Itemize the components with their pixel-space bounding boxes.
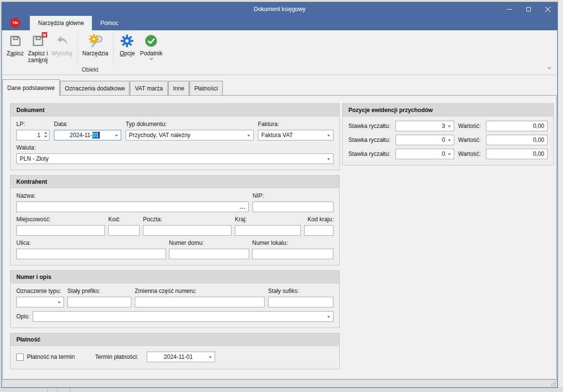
ribbon-tab-pomoc[interactable]: Pomoc xyxy=(92,16,126,30)
typ-dokumentu-value: Przychody, VAT należny xyxy=(129,132,191,139)
spinner-buttons[interactable] xyxy=(44,132,47,138)
numer-domu-input[interactable] xyxy=(169,249,249,259)
opis-combo[interactable] xyxy=(33,311,333,322)
document-tab-strip: Dane podstawowe Oznaczenia dodatkowe VAT… xyxy=(2,79,557,95)
minimize-button[interactable] xyxy=(499,2,519,16)
kod-kraju-label: Kod kraju: xyxy=(307,216,333,223)
termin-platnosci-date-field[interactable]: 2024-11-01 xyxy=(147,352,215,362)
wartosc-input-3[interactable]: 0,00 xyxy=(486,149,548,159)
data-date-field[interactable]: 2024-11-01 xyxy=(54,130,121,140)
wartosc-label: Wartość: xyxy=(458,137,486,143)
zapisz-i-zamknij-button[interactable]: Zapisz i zamknij xyxy=(26,33,50,63)
resize-grip[interactable] xyxy=(555,385,556,386)
nazwa-input[interactable]: ... xyxy=(16,202,249,212)
nip-input[interactable] xyxy=(253,202,333,212)
section-title: Płatność xyxy=(16,336,40,343)
tab-oznaczenia-dodatkowe[interactable]: Oznaczenia dodatkowe xyxy=(60,81,130,95)
kod-kraju-input[interactable] xyxy=(304,225,333,236)
app-logo[interactable]: TM xyxy=(10,18,20,28)
stawka-ryczaltu-combo-3[interactable]: 0 xyxy=(396,149,454,159)
dropdown-arrow-icon[interactable] xyxy=(115,135,118,137)
narzedzia-label: Narzędzia xyxy=(82,50,108,57)
pozycje-row-2: Stawka ryczałtu: 0 Wartość: 0,00 xyxy=(348,135,548,145)
section-title: Kontrahent xyxy=(16,178,47,185)
oznaczenie-typu-combo[interactable] xyxy=(16,297,64,307)
tab-vat-marza[interactable]: VAT marża xyxy=(130,81,167,95)
zmienna-czesc-numeru-input[interactable] xyxy=(135,297,265,307)
date-value: 2024-11- xyxy=(70,132,92,139)
kod-input[interactable] xyxy=(108,225,140,236)
termin-platnosci-label: Termin płatności: xyxy=(95,354,138,360)
red-x-badge-icon xyxy=(42,32,47,38)
dropdown-arrow-icon[interactable] xyxy=(327,158,330,160)
stawka-ryczaltu-combo-2[interactable]: 0 xyxy=(396,135,454,145)
pozycje-row-1: Stawka ryczałtu: 3 Wartość: 0,00 xyxy=(348,121,548,131)
tab-platnosci[interactable]: Płatności xyxy=(190,81,223,95)
zapisz-label: Zapisz xyxy=(7,50,24,57)
right-column: Pozycje ewidencji przychodów Stawka rycz… xyxy=(342,103,554,170)
section-numer-i-opis-header: Numer i opis xyxy=(11,271,339,283)
ulica-input[interactable] xyxy=(16,249,166,259)
dropdown-arrow-icon[interactable] xyxy=(448,153,451,155)
section-numer-i-opis: Numer i opis Oznaczenie typu: Stały pref… xyxy=(10,270,340,328)
text-caret xyxy=(99,132,100,139)
ribbon-separator xyxy=(77,33,77,65)
ribbon-tab-row: TM Narzędzia główne Pomoc xyxy=(2,16,557,30)
wycofaj-button[interactable]: Wycofaj xyxy=(50,33,74,57)
section-platnosc: Płatność Płatność na termin Termin płatn… xyxy=(10,333,340,369)
staly-prefiks-input[interactable] xyxy=(67,297,131,307)
lp-value: 1 xyxy=(37,132,40,139)
narzedzia-button[interactable]: Narzędzia xyxy=(80,33,110,57)
miejscowosc-input[interactable] xyxy=(16,225,105,236)
titlebar[interactable]: Dokument księgowy xyxy=(2,2,557,16)
podatnik-button[interactable]: Podatnik xyxy=(138,33,165,60)
dropdown-arrow-icon[interactable] xyxy=(327,135,330,137)
nip-label: NIP: xyxy=(253,192,333,199)
dropdown-arrow-icon[interactable] xyxy=(327,316,330,318)
wartosc-input-1[interactable]: 0,00 xyxy=(486,121,548,131)
stawka-value: 3 xyxy=(442,123,445,129)
podatnik-label: Podatnik xyxy=(140,50,163,57)
waluta-combo[interactable]: PLN - Złoty xyxy=(16,153,333,164)
zmienna-czesc-label: Zmienna część numeru: xyxy=(135,288,265,294)
typ-dokumentu-label: Typ dokumentu: xyxy=(126,121,254,127)
maximize-button[interactable] xyxy=(519,2,538,16)
dropdown-arrow-icon[interactable] xyxy=(58,302,61,303)
tab-dane-podstawowe[interactable]: Dane podstawowe xyxy=(2,79,60,96)
browse-ellipsis-button[interactable]: ... xyxy=(240,202,246,212)
tab-inne[interactable]: Inne xyxy=(168,81,189,95)
ribbon-tab-narzedzia-glowne[interactable]: Narzędzia główne xyxy=(30,16,92,30)
section-title: Pozycje ewidencji przychodów xyxy=(348,107,433,114)
numer-lokalu-input[interactable] xyxy=(252,249,333,259)
zapisz-button[interactable]: Zapisz xyxy=(4,33,26,57)
dropdown-arrow-icon[interactable] xyxy=(448,139,451,141)
stawka-ryczaltu-combo-1[interactable]: 3 xyxy=(396,121,454,131)
spin-down-icon[interactable] xyxy=(44,136,47,138)
left-column: Dokument LP: 1 xyxy=(10,103,340,374)
wartosc-input-2[interactable]: 0,00 xyxy=(486,135,548,145)
platnosc-na-termin-checkbox[interactable] xyxy=(16,354,24,361)
dropdown-arrow-icon[interactable] xyxy=(209,356,212,358)
background-divider xyxy=(47,388,48,392)
lp-spinner[interactable]: 1 xyxy=(16,130,50,140)
poczta-input[interactable] xyxy=(143,225,231,236)
chevron-down-icon xyxy=(149,58,154,60)
kraj-input[interactable] xyxy=(235,225,301,236)
section-dokument-header: Dokument xyxy=(11,104,339,116)
nazwa-label: Nazwa: xyxy=(16,192,249,199)
faktura-combo[interactable]: Faktura VAT xyxy=(258,130,333,140)
opis-label: Opis: xyxy=(16,313,30,320)
ribbon-collapse-button[interactable] xyxy=(547,64,551,71)
spin-up-icon[interactable] xyxy=(44,132,47,134)
undo-icon xyxy=(54,33,70,49)
stawka-ryczaltu-label: Stawka ryczałtu: xyxy=(348,137,396,143)
opcje-button[interactable]: Opcje xyxy=(116,33,138,57)
dropdown-arrow-icon[interactable] xyxy=(247,135,250,137)
wartosc-value: 0,00 xyxy=(533,123,544,129)
close-button[interactable] xyxy=(538,2,557,16)
staly-sufiks-input[interactable] xyxy=(268,297,333,307)
typ-dokumentu-combo[interactable]: Przychody, VAT należny xyxy=(126,130,254,140)
save-icon xyxy=(8,33,23,49)
dropdown-arrow-icon[interactable] xyxy=(448,126,451,127)
minimize-icon xyxy=(507,9,512,10)
